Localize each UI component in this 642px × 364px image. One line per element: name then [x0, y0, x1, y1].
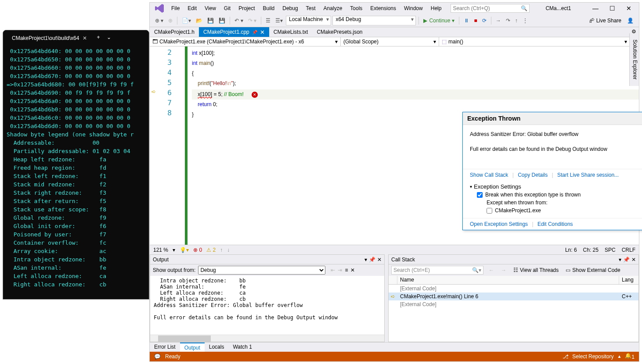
notification-icon[interactable]: 🔔1 — [625, 353, 635, 360]
menu-view[interactable]: View — [201, 4, 220, 13]
lightbulb-icon[interactable]: 💡▾ — [180, 247, 189, 253]
tab-dropdown-icon[interactable]: ⌄ — [104, 34, 114, 40]
continue-button[interactable]: Continue ▾ — [422, 17, 456, 25]
function-dropdown[interactable]: ⬚main()▾ — [439, 37, 630, 46]
indent-icon[interactable]: ⇤ — [331, 267, 335, 273]
maximize-button[interactable]: ☐ — [604, 4, 620, 13]
restart-icon[interactable]: ⟳ — [480, 17, 488, 25]
menu-help[interactable]: Help — [427, 4, 446, 13]
menu-window[interactable]: Window — [400, 4, 427, 13]
menu-edit[interactable]: Edit — [184, 4, 201, 13]
menu-tools[interactable]: Tools — [346, 4, 366, 13]
panel-tab-error-list[interactable]: Error List — [150, 343, 180, 352]
solution-name[interactable]: CMa...ect1 — [543, 4, 573, 12]
indent-indicator[interactable]: SPC — [605, 247, 616, 253]
nav-fwd-icon[interactable]: → — [499, 266, 508, 274]
config-icon[interactable]: ☰▾ — [274, 17, 285, 25]
zoom-dropdown-icon[interactable]: ▾ — [173, 247, 175, 253]
prev-issue-icon[interactable]: ↑ — [220, 247, 223, 253]
nav-back-icon[interactable]: ← — [487, 266, 496, 274]
exception-settings-header[interactable]: Exception Settings — [470, 183, 642, 190]
nav-back-icon[interactable]: ⊕ ▾ — [153, 17, 165, 25]
menu-file[interactable]: File — [167, 4, 184, 13]
close-icon[interactable]: ✕ — [377, 257, 382, 263]
close-icon[interactable]: ✕ — [260, 29, 265, 36]
menu-build[interactable]: Build — [259, 4, 279, 13]
step-out-icon[interactable]: ↑ — [513, 17, 519, 25]
show-callstack-link[interactable]: Show Call Stack — [470, 172, 508, 178]
stop-icon[interactable]: ■ — [472, 17, 479, 25]
wrap-icon[interactable]: ≡ — [345, 267, 348, 273]
copy-details-link[interactable]: Copy Details — [518, 172, 548, 178]
menu-debug[interactable]: Debug — [278, 4, 302, 13]
menu-git[interactable]: Git — [220, 4, 234, 13]
error-count[interactable]: 0 — [193, 247, 202, 253]
minimize-button[interactable]: — — [587, 4, 604, 13]
live-share-button[interactable]: ⮳ Live Share — [587, 17, 624, 25]
callstack-row[interactable]: ➪CMakeProject1.exe!main() Line 6C++ — [389, 293, 638, 300]
tab-cmakelists-txt[interactable]: CMakeLists.txt — [269, 27, 313, 37]
warning-count[interactable]: 2 — [206, 247, 216, 253]
open-icon[interactable]: 📂 — [194, 17, 204, 25]
search-box[interactable]: Search (Ctrl+Q) 🔍 — [451, 4, 530, 13]
menu-project[interactable]: Project — [234, 4, 259, 13]
scope-dropdown[interactable]: (Global Scope)▾ — [341, 37, 439, 46]
clear-icon[interactable]: ✕ — [350, 267, 355, 273]
tab-cmakeproject1-h[interactable]: CMakeProject1.h — [150, 27, 199, 37]
dropdown-icon[interactable]: ▾ — [619, 257, 621, 263]
show-external-button[interactable]: ▭ Show External Code — [564, 266, 622, 274]
except-target-checkbox[interactable] — [487, 208, 492, 214]
error-icon[interactable] — [252, 92, 258, 98]
redo-icon[interactable]: ↷ ▾ — [246, 17, 258, 25]
output-scrollbar[interactable] — [150, 335, 384, 342]
close-icon[interactable]: ✕ — [83, 35, 87, 41]
tab-cmakepresets-json[interactable]: CMakePresets.json — [312, 27, 367, 37]
panel-tab-watch-1[interactable]: Watch 1 — [228, 343, 256, 352]
edit-conditions-link[interactable]: Edit Conditions — [537, 221, 573, 227]
menu-analyze[interactable]: Analyze — [320, 4, 346, 13]
build-icon[interactable]: ☰ — [264, 17, 272, 25]
pause-icon[interactable]: ⏸ — [462, 17, 471, 25]
close-icon[interactable]: ✕ — [631, 257, 636, 263]
admin-icon[interactable]: 👤 — [625, 17, 635, 25]
zoom-level[interactable]: 121 % — [153, 247, 168, 253]
dropdown-icon[interactable]: ▾ — [364, 257, 367, 263]
callstack-search[interactable]: Search (Ctrl+E) 🔍▾ — [391, 266, 483, 275]
menu-extensions[interactable]: Extensions — [366, 4, 400, 13]
solution-explorer-collapsed[interactable]: Solution Explorer — [629, 33, 639, 86]
pin-icon[interactable]: 📌 — [369, 257, 375, 263]
target-selector[interactable]: Local Machine — [286, 16, 331, 25]
panel-tab-locals[interactable]: Locals — [205, 343, 229, 352]
step-icon[interactable]: ⋮ — [521, 17, 530, 25]
repo-dropdown-icon[interactable]: ▲ — [617, 354, 621, 359]
project-dropdown[interactable]: 🗔CMakeProject1.exe (CMakeProject1\CMakeP… — [150, 37, 341, 46]
open-exception-settings-link[interactable]: Open Exception Settings — [470, 221, 528, 227]
nav-fwd-icon[interactable]: ⊕ — [166, 17, 174, 25]
tab-cmakeproject1-cpp[interactable]: CMakeProject1.cpp 📌 ✕ — [199, 27, 269, 37]
undo-icon[interactable]: ↶ ▾ — [233, 17, 245, 25]
step-into-icon[interactable]: → — [494, 17, 503, 25]
save-icon[interactable]: 💾 — [206, 17, 216, 25]
close-button[interactable]: ✕ — [620, 4, 637, 13]
outdent-icon[interactable]: ⇥ — [338, 267, 342, 273]
output-source-select[interactable]: Debug — [198, 266, 325, 275]
next-issue-icon[interactable]: ↓ — [227, 247, 230, 253]
callstack-row[interactable]: [External Code] — [389, 300, 638, 308]
menu-test[interactable]: Test — [302, 4, 320, 13]
eol-indicator[interactable]: CRLF — [622, 247, 635, 253]
new-item-icon[interactable]: 📄▾ — [180, 17, 193, 25]
step-over-icon[interactable]: ↷ — [504, 17, 512, 25]
output-text[interactable]: Intra object redzone: bb ASan internal: … — [150, 276, 384, 335]
break-checkbox[interactable] — [477, 192, 483, 198]
terminal-tab[interactable]: CMakeProject1\out\build\x64 ✕ — [7, 32, 92, 44]
repo-selector[interactable]: Select Repository — [572, 353, 613, 360]
new-tab-button[interactable]: + — [92, 34, 104, 40]
pin-icon[interactable]: 📌 — [623, 257, 630, 263]
callstack-row[interactable]: [External Code] — [389, 285, 638, 293]
view-threads-button[interactable]: ☷ View all Threads — [512, 266, 560, 274]
panel-tab-output[interactable]: Output — [180, 343, 205, 352]
liveshare-link[interactable]: Start Live Share session... — [557, 172, 619, 178]
config-selector[interactable]: x64 Debug — [332, 16, 416, 25]
save-all-icon[interactable]: 💾 — [217, 17, 227, 25]
pin-icon[interactable]: 📌 — [252, 30, 257, 35]
